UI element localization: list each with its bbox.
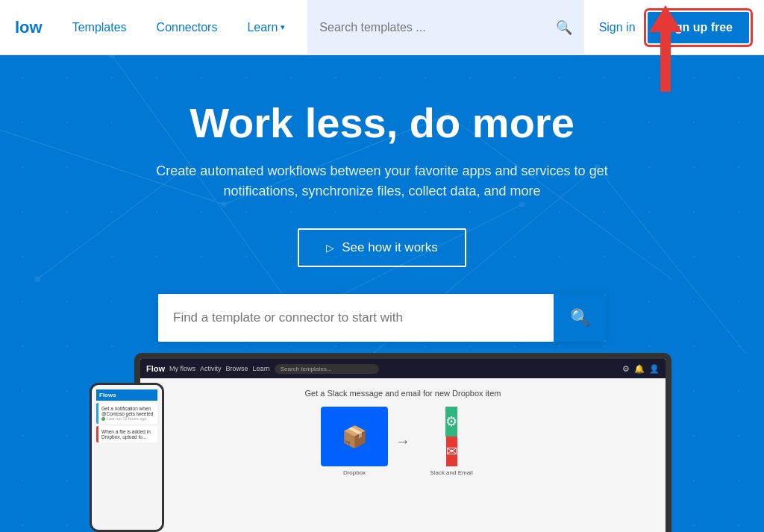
search-input[interactable] (319, 21, 555, 34)
see-how-button[interactable]: ▷ See how it works (298, 228, 466, 267)
connector-arrow-icon: → (388, 433, 418, 450)
laptop-nav-icons: ⚙ 🔔 👤 (622, 364, 660, 374)
hero-search-input[interactable] (158, 294, 554, 342)
navbar: low Templates Connectors Learn ▾ 🔍 Sign … (0, 0, 764, 55)
hero-title: Work less, do more (190, 100, 574, 146)
laptop-card-title: Get a Slack message and email for new Dr… (305, 389, 501, 398)
chevron-down-icon: ▾ (281, 22, 285, 32)
devices-area: Flows Get a notification when @Contoso g… (90, 338, 764, 532)
hero-content: Work less, do more Create automated work… (45, 100, 719, 364)
laptop-logo: Flow (146, 364, 165, 373)
dropbox-icon: 📦 (342, 425, 368, 449)
search-area: 🔍 (307, 0, 583, 55)
phone-header: Flows (96, 389, 157, 401)
play-icon: ▷ (326, 242, 334, 254)
search-icon: 🔍 (570, 308, 590, 328)
laptop-nav-myflows: My flows (169, 365, 195, 372)
slack-connector-half: ⚙ (445, 407, 457, 436)
signin-link[interactable]: Sign in (599, 21, 636, 34)
laptop-mockup: Flow My flows Activity Browse Learn Sear… (134, 353, 671, 532)
notification-icon: 🔔 (634, 364, 645, 374)
laptop-screen: Flow My flows Activity Browse Learn Sear… (140, 359, 666, 532)
slack-email-label: Slack and Email (430, 469, 472, 476)
hero-search-bar: 🔍 (158, 294, 606, 342)
nav-link-templates[interactable]: Templates (57, 0, 142, 55)
dropbox-connector: 📦 (321, 407, 388, 466)
search-icon[interactable]: 🔍 (556, 19, 572, 36)
svg-point-14 (34, 276, 40, 282)
nav-links: Templates Connectors Learn ▾ (57, 0, 301, 55)
slack-email-connector: ⚙ ✉ (418, 407, 485, 466)
phone-screen: Flows Get a notification when @Contoso g… (92, 385, 162, 530)
phone-flow-item-2: When a file is added in Dropbox, upload … (96, 426, 157, 442)
slack-icon: ⚙ (445, 413, 457, 430)
laptop-connectors: 📦 Dropbox → ⚙ ✉ (321, 407, 485, 476)
nav-right: Sign in Sign up free (584, 12, 764, 43)
hero-search-button[interactable]: 🔍 (554, 294, 606, 342)
laptop-nav-browse: Browse (226, 365, 248, 372)
laptop-search: Search templates... (275, 364, 379, 374)
hero-subtitle: Create automated workflows between your … (128, 161, 636, 201)
user-icon: 👤 (649, 364, 660, 374)
dropbox-label: Dropbox (343, 469, 366, 476)
nav-link-connectors[interactable]: Connectors (142, 0, 233, 55)
email-connector-half: ✉ (446, 436, 457, 466)
phone-mockup: Flows Get a notification when @Contoso g… (90, 383, 164, 532)
laptop-nav-learn: Learn (253, 365, 270, 372)
email-icon: ✉ (446, 443, 457, 460)
laptop-content: Get a Slack message and email for new Dr… (140, 378, 666, 532)
nav-link-learn[interactable]: Learn ▾ (232, 0, 300, 55)
svg-point-13 (109, 55, 115, 58)
nav-logo: low (7, 18, 50, 37)
settings-icon: ⚙ (622, 364, 630, 374)
laptop-nav-activity: Activity (200, 365, 222, 372)
phone-flow-item-1: Get a notification when @Contoso gets tw… (96, 403, 157, 424)
hero-section: Work less, do more Create automated work… (0, 55, 764, 532)
signup-button[interactable]: Sign up free (648, 12, 749, 43)
